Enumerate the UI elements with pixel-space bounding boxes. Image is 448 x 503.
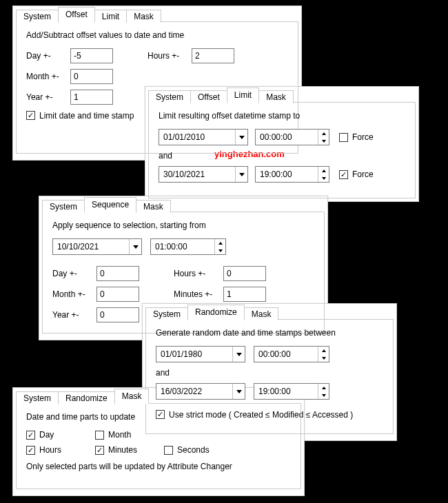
checkbox-icon: ✓ (339, 170, 348, 179)
mask-description: Date and time parts to update (26, 412, 291, 422)
spinner-icon[interactable] (318, 167, 329, 182)
day-label: Day +- (52, 269, 96, 278)
tab-offset[interactable]: Offset (190, 90, 227, 103)
sequence-start-time[interactable] (150, 238, 226, 255)
checkbox-icon: ✓ (26, 431, 35, 440)
checkbox-icon: ✓ (26, 111, 35, 120)
month-checkbox[interactable]: Month (95, 430, 164, 440)
offset-description: Add/Subtract offset values to date and t… (26, 30, 288, 40)
tab-system[interactable]: System (148, 90, 191, 103)
limit-to-time-input[interactable] (256, 167, 318, 182)
randomize-from-time[interactable] (254, 346, 329, 362)
randomize-from-time-input[interactable] (254, 347, 318, 362)
checkbox-icon (95, 431, 104, 440)
tab-system[interactable]: System (16, 10, 59, 23)
month-input[interactable] (96, 287, 139, 302)
sequence-start-time-input[interactable] (151, 239, 214, 254)
tab-system[interactable]: System (145, 307, 188, 320)
day-checkbox[interactable]: ✓ Day (26, 430, 95, 440)
minutes-input[interactable] (223, 287, 266, 302)
randomize-from-date[interactable] (156, 346, 245, 362)
checkbox-icon (339, 133, 348, 142)
limit-from-time[interactable] (255, 129, 329, 145)
seconds-checkbox[interactable]: Seconds (164, 445, 233, 455)
spinner-icon[interactable] (214, 239, 225, 254)
sequence-start-date[interactable] (52, 238, 142, 255)
limit-to-date-input[interactable] (159, 167, 235, 182)
tab-system[interactable]: System (16, 391, 59, 404)
tab-mask[interactable]: Mask (258, 90, 294, 103)
tab-mask[interactable]: Mask (126, 10, 161, 23)
force-label: Force (352, 132, 374, 142)
limit-from-date-input[interactable] (159, 130, 235, 145)
day-input[interactable] (96, 266, 139, 281)
chevron-down-icon[interactable] (129, 239, 141, 254)
spinner-icon[interactable] (318, 347, 329, 362)
sequence-start-date-input[interactable] (53, 239, 129, 254)
and-label: and (156, 368, 383, 378)
limit-date-time-label: Limit date and time stamp (39, 111, 134, 121)
limit-to-date[interactable] (159, 166, 248, 183)
hours-label: Hours (39, 445, 61, 455)
limit-from-time-input[interactable] (256, 130, 318, 145)
month-label: Month (108, 430, 131, 440)
checkbox-icon: ✓ (26, 446, 35, 455)
minutes-label: Minutes +- (174, 289, 223, 299)
tab-mask[interactable]: Mask (114, 389, 150, 404)
and-label: and (159, 151, 405, 161)
tab-sequence[interactable]: Sequence (84, 197, 136, 212)
tab-randomize[interactable]: Randomize (58, 391, 115, 404)
force-label: Force (352, 170, 374, 179)
hours-checkbox[interactable]: ✓ Hours (26, 445, 95, 455)
year-input[interactable] (96, 307, 139, 322)
mask-note: Only selected parts will be updated by A… (26, 462, 291, 471)
tab-limit[interactable]: Limit (94, 10, 127, 23)
tab-offset[interactable]: Offset (58, 7, 95, 22)
year-label: Year +- (52, 310, 96, 320)
month-label: Month +- (26, 72, 70, 81)
chevron-down-icon[interactable] (235, 130, 247, 145)
force-to-checkbox[interactable]: ✓ Force (339, 170, 374, 179)
seconds-label: Seconds (177, 445, 210, 455)
spinner-icon[interactable] (318, 130, 329, 145)
day-input[interactable] (70, 48, 113, 63)
month-label: Month +- (52, 289, 96, 299)
tab-mask[interactable]: Mask (136, 200, 171, 213)
spinner-icon[interactable] (318, 384, 329, 399)
limit-to-time[interactable] (255, 166, 329, 183)
tab-system[interactable]: System (42, 200, 85, 213)
limit-date-time-checkbox[interactable]: ✓ Limit date and time stamp (26, 111, 134, 121)
hours-input[interactable] (223, 266, 266, 281)
chevron-down-icon[interactable] (235, 167, 247, 182)
chevron-down-icon[interactable] (232, 347, 245, 362)
checkbox-icon: ✓ (95, 446, 104, 455)
minutes-label: Minutes (108, 445, 137, 455)
month-input[interactable] (70, 69, 113, 84)
year-label: Year +- (26, 92, 70, 102)
checkbox-icon (164, 446, 173, 455)
limit-description: Limit resulting offset datetime stamp to (159, 111, 405, 121)
day-label: Day +- (26, 51, 70, 61)
day-label: Day (39, 430, 54, 440)
year-input[interactable] (70, 90, 113, 105)
hours-input[interactable] (192, 48, 234, 63)
sequence-description: Apply sequence to selection, starting fr… (52, 220, 314, 230)
minutes-checkbox[interactable]: ✓ Minutes (95, 445, 164, 455)
hours-label: Hours +- (174, 269, 223, 278)
force-from-checkbox[interactable]: Force (339, 132, 374, 142)
tab-limit[interactable]: Limit (227, 88, 259, 103)
randomize-description: Generate random date and time stamps bet… (156, 328, 383, 338)
limit-from-date[interactable] (159, 129, 248, 145)
tab-mask[interactable]: Mask (244, 307, 279, 320)
randomize-from-date-input[interactable] (156, 347, 232, 362)
hours-label: Hours +- (147, 51, 192, 61)
tab-randomize[interactable]: Randomize (187, 305, 245, 320)
